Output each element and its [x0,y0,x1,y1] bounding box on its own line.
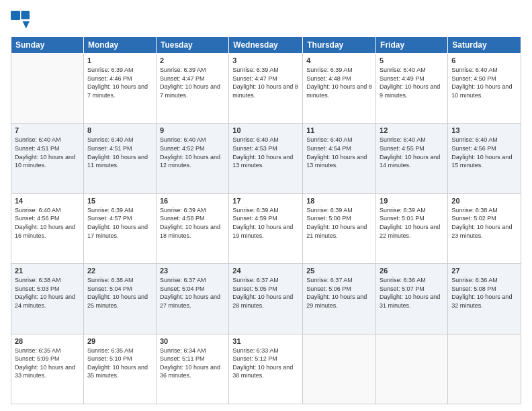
logo-icon [11,11,30,30]
day-info: Sunrise: 6:39 AMSunset: 5:00 PMDaylight:… [306,206,372,240]
calendar-header-row: Sunday Monday Tuesday Wednesday Thursday… [11,37,521,54]
calendar-cell: 11Sunrise: 6:40 AMSunset: 4:54 PMDayligh… [303,124,376,193]
day-number: 4 [306,56,372,64]
calendar-cell: 22Sunrise: 6:38 AMSunset: 5:04 PMDayligh… [83,264,156,334]
calendar-week-row: 21Sunrise: 6:38 AMSunset: 5:03 PMDayligh… [11,264,521,334]
col-tuesday: Tuesday [156,37,228,54]
calendar-cell: 25Sunrise: 6:37 AMSunset: 5:06 PMDayligh… [303,264,376,334]
calendar-cell: 30Sunrise: 6:34 AMSunset: 5:11 PMDayligh… [156,334,228,404]
calendar-cell: 28Sunrise: 6:35 AMSunset: 5:09 PMDayligh… [11,334,84,404]
col-friday: Friday [376,37,448,54]
calendar-cell: 19Sunrise: 6:39 AMSunset: 5:01 PMDayligh… [376,193,448,263]
calendar-cell: 31Sunrise: 6:33 AMSunset: 5:12 PMDayligh… [229,334,303,404]
day-info: Sunrise: 6:39 AMSunset: 4:46 PMDaylight:… [87,66,152,99]
day-info: Sunrise: 6:36 AMSunset: 5:07 PMDaylight:… [380,276,444,310]
day-number: 17 [232,197,299,205]
calendar-cell: 4Sunrise: 6:39 AMSunset: 4:48 PMDaylight… [303,54,376,124]
day-number: 12 [380,126,444,134]
calendar-cell [448,334,521,404]
calendar-cell [303,334,376,404]
day-info: Sunrise: 6:35 AMSunset: 5:10 PMDaylight:… [87,347,152,380]
day-number: 11 [306,126,372,134]
calendar-cell: 18Sunrise: 6:39 AMSunset: 5:00 PMDayligh… [303,193,376,263]
calendar-cell: 15Sunrise: 6:39 AMSunset: 4:57 PMDayligh… [83,193,156,263]
day-number: 20 [451,197,517,205]
svg-marker-2 [23,21,30,28]
day-number: 29 [87,337,152,345]
day-number: 14 [15,197,80,205]
day-number: 24 [232,267,299,275]
calendar-cell: 24Sunrise: 6:37 AMSunset: 5:05 PMDayligh… [229,264,303,334]
day-number: 30 [160,337,225,345]
calendar-cell [376,334,448,404]
calendar-cell: 10Sunrise: 6:40 AMSunset: 4:53 PMDayligh… [229,124,303,193]
calendar-week-row: 1Sunrise: 6:39 AMSunset: 4:46 PMDaylight… [11,54,521,124]
day-number: 8 [87,126,152,134]
calendar-cell: 3Sunrise: 6:39 AMSunset: 4:47 PMDaylight… [229,54,303,124]
day-number: 28 [15,337,80,345]
calendar-cell: 29Sunrise: 6:35 AMSunset: 5:10 PMDayligh… [83,334,156,404]
calendar-cell: 21Sunrise: 6:38 AMSunset: 5:03 PMDayligh… [11,264,84,334]
day-info: Sunrise: 6:38 AMSunset: 5:04 PMDaylight:… [87,276,152,310]
day-info: Sunrise: 6:39 AMSunset: 4:58 PMDaylight:… [160,206,225,240]
day-info: Sunrise: 6:40 AMSunset: 4:52 PMDaylight:… [160,136,225,169]
day-info: Sunrise: 6:40 AMSunset: 4:51 PMDaylight:… [15,136,80,169]
day-number: 5 [380,56,444,64]
day-number: 15 [87,197,152,205]
calendar-week-row: 14Sunrise: 6:40 AMSunset: 4:56 PMDayligh… [11,193,521,263]
day-info: Sunrise: 6:40 AMSunset: 4:54 PMDaylight:… [306,136,372,169]
day-info: Sunrise: 6:33 AMSunset: 5:12 PMDaylight:… [232,347,299,380]
calendar-page: Sunday Monday Tuesday Wednesday Thursday… [0,0,532,411]
calendar-cell: 16Sunrise: 6:39 AMSunset: 4:58 PMDayligh… [156,193,228,263]
col-monday: Monday [83,37,156,54]
day-number: 31 [232,337,299,345]
calendar-cell: 7Sunrise: 6:40 AMSunset: 4:51 PMDaylight… [11,124,84,193]
day-info: Sunrise: 6:40 AMSunset: 4:56 PMDaylight:… [451,136,517,169]
day-number: 2 [160,56,225,64]
day-info: Sunrise: 6:40 AMSunset: 4:49 PMDaylight:… [380,66,444,99]
calendar-cell: 1Sunrise: 6:39 AMSunset: 4:46 PMDaylight… [83,54,156,124]
day-number: 1 [87,56,152,64]
day-info: Sunrise: 6:36 AMSunset: 5:08 PMDaylight:… [451,276,517,310]
calendar-cell: 14Sunrise: 6:40 AMSunset: 4:56 PMDayligh… [11,193,84,263]
calendar-week-row: 28Sunrise: 6:35 AMSunset: 5:09 PMDayligh… [11,334,521,404]
col-thursday: Thursday [303,37,376,54]
calendar-cell: 23Sunrise: 6:37 AMSunset: 5:04 PMDayligh… [156,264,228,334]
day-number: 6 [451,56,517,64]
day-info: Sunrise: 6:39 AMSunset: 4:47 PMDaylight:… [232,66,299,99]
day-number: 16 [160,197,225,205]
day-info: Sunrise: 6:37 AMSunset: 5:06 PMDaylight:… [306,276,372,310]
day-number: 19 [380,197,444,205]
day-number: 21 [15,267,80,275]
day-info: Sunrise: 6:40 AMSunset: 4:55 PMDaylight:… [380,136,444,169]
svg-rect-1 [21,11,30,19]
day-info: Sunrise: 6:39 AMSunset: 4:59 PMDaylight:… [232,206,299,240]
day-number: 23 [160,267,225,275]
calendar-cell: 2Sunrise: 6:39 AMSunset: 4:47 PMDaylight… [156,54,228,124]
calendar-cell: 27Sunrise: 6:36 AMSunset: 5:08 PMDayligh… [448,264,521,334]
day-info: Sunrise: 6:39 AMSunset: 4:57 PMDaylight:… [87,206,152,240]
day-info: Sunrise: 6:38 AMSunset: 5:03 PMDaylight:… [15,276,80,310]
calendar-cell [11,54,84,124]
day-info: Sunrise: 6:34 AMSunset: 5:11 PMDaylight:… [160,347,225,380]
calendar-cell: 17Sunrise: 6:39 AMSunset: 4:59 PMDayligh… [229,193,303,263]
calendar-cell: 8Sunrise: 6:40 AMSunset: 4:51 PMDaylight… [83,124,156,193]
col-saturday: Saturday [448,37,521,54]
day-info: Sunrise: 6:39 AMSunset: 4:48 PMDaylight:… [306,66,372,99]
calendar-cell: 9Sunrise: 6:40 AMSunset: 4:52 PMDaylight… [156,124,228,193]
day-info: Sunrise: 6:39 AMSunset: 5:01 PMDaylight:… [380,206,444,240]
day-info: Sunrise: 6:40 AMSunset: 4:50 PMDaylight:… [451,66,517,99]
col-wednesday: Wednesday [229,37,303,54]
day-number: 7 [15,126,80,134]
calendar-cell: 26Sunrise: 6:36 AMSunset: 5:07 PMDayligh… [376,264,448,334]
calendar-cell: 20Sunrise: 6:38 AMSunset: 5:02 PMDayligh… [448,193,521,263]
calendar-cell: 6Sunrise: 6:40 AMSunset: 4:50 PMDaylight… [448,54,521,124]
day-number: 9 [160,126,225,134]
header [11,11,521,30]
day-number: 13 [451,126,517,134]
day-info: Sunrise: 6:35 AMSunset: 5:09 PMDaylight:… [15,347,80,380]
day-number: 25 [306,267,372,275]
day-info: Sunrise: 6:40 AMSunset: 4:56 PMDaylight:… [15,206,80,240]
day-number: 26 [380,267,444,275]
calendar-cell: 5Sunrise: 6:40 AMSunset: 4:49 PMDaylight… [376,54,448,124]
